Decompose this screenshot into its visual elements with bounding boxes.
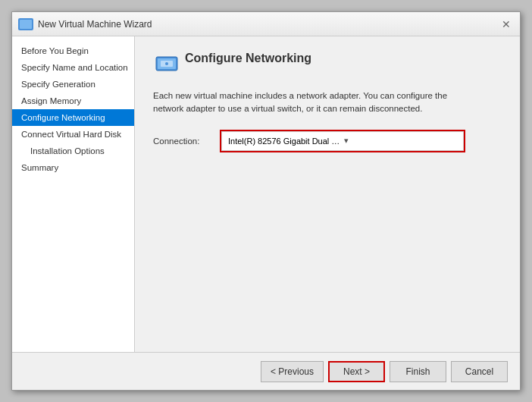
cancel-button[interactable]: Cancel	[451, 361, 508, 382]
svg-point-3	[165, 62, 168, 65]
page-header: Configure Networking	[153, 52, 502, 77]
close-button[interactable]: ✕	[499, 17, 514, 32]
configure-networking-icon	[153, 54, 180, 75]
sidebar-item-specify-generation[interactable]: Specify Generation	[12, 76, 134, 93]
content-area: Before You Begin Specify Name and Locati…	[12, 36, 520, 352]
sidebar-item-summary[interactable]: Summary	[12, 159, 134, 176]
finish-button[interactable]: Finish	[390, 361, 446, 382]
dropdown-arrow-icon: ▾	[344, 136, 457, 146]
sidebar-item-before-you-begin[interactable]: Before You Begin	[12, 42, 134, 59]
connection-field-row: Connection: Intel(R) 82576 Gigabit Dual …	[153, 131, 502, 151]
wizard-window: New Virtual Machine Wizard ✕ Before You …	[11, 11, 521, 391]
page-title: Configure Networking	[185, 52, 311, 65]
previous-button[interactable]: < Previous	[261, 361, 324, 382]
sidebar-item-installation-options[interactable]: Installation Options	[12, 143, 134, 159]
next-button[interactable]: Next >	[328, 361, 385, 382]
sidebar-item-configure-networking[interactable]: Configure Networking	[12, 109, 134, 126]
main-panel: Configure Networking Each new virtual ma…	[135, 36, 520, 352]
page-description: Each new virtual machine includes a netw…	[153, 90, 471, 116]
sidebar-item-specify-name[interactable]: Specify Name and Location	[12, 59, 134, 76]
sidebar-item-assign-memory[interactable]: Assign Memory	[12, 93, 134, 109]
title-bar: New Virtual Machine Wizard ✕	[12, 12, 520, 36]
sidebar-item-connect-vhd[interactable]: Connect Virtual Hard Disk	[12, 126, 134, 143]
footer: < Previous Next > Finish Cancel	[12, 352, 520, 390]
title-bar-left: New Virtual Machine Wizard	[18, 18, 152, 30]
connection-dropdown[interactable]: Intel(R) 82576 Gigabit Dual Port Network…	[221, 131, 464, 151]
connection-label: Connection:	[153, 137, 214, 146]
connection-value: Intel(R) 82576 Gigabit Dual Port Network…	[228, 137, 341, 146]
sidebar: Before You Begin Specify Name and Locati…	[12, 36, 135, 352]
window-icon	[18, 18, 33, 30]
window-title: New Virtual Machine Wizard	[38, 19, 152, 30]
